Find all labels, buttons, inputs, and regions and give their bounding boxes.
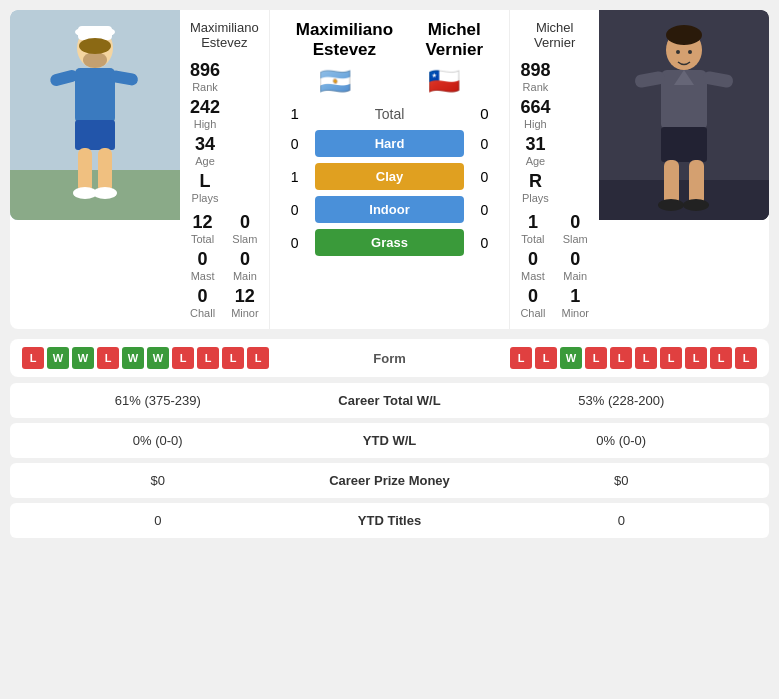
hard-score-right: 0 <box>469 136 499 152</box>
svg-rect-11 <box>98 148 112 193</box>
clay-score-left: 1 <box>280 169 310 185</box>
right-mast-stat: 0 Mast <box>520 249 545 282</box>
total-score-right: 0 <box>469 105 499 122</box>
grass-score-left: 0 <box>280 235 310 251</box>
form-badge-l: L <box>735 347 757 369</box>
left-slam-label: Slam <box>231 233 259 245</box>
main-container: Maximiliano Estevez 896 Rank 242 High 34… <box>0 0 779 553</box>
left-slam-value: 0 <box>231 212 259 233</box>
left-total-label: Total <box>190 233 215 245</box>
left-ytd-wl: 0% (0-0) <box>26 433 290 448</box>
form-badge-w: W <box>560 347 582 369</box>
indoor-score-right: 0 <box>469 202 499 218</box>
right-chall-stat: 0 Chall <box>520 286 545 319</box>
career-wl-label: Career Total W/L <box>290 393 490 408</box>
right-age-label: Age <box>520 155 550 167</box>
center-left-name: Maximiliano Estevez <box>280 20 409 60</box>
form-badge-l: L <box>635 347 657 369</box>
left-player-info: Maximiliano Estevez 896 Rank 242 High 34… <box>180 10 270 329</box>
form-badge-l: L <box>197 347 219 369</box>
right-age-value: 31 <box>520 134 550 155</box>
prize-label: Career Prize Money <box>290 473 490 488</box>
left-age-label: Age <box>190 155 220 167</box>
form-row: LWWLWWLLLL Form LLWLLLLLLL <box>10 339 769 377</box>
form-badge-l: L <box>172 347 194 369</box>
form-badge-w: W <box>47 347 69 369</box>
form-badge-w: W <box>122 347 144 369</box>
right-player-info: Michel Vernier 898 Rank 664 High 31 Age <box>509 10 599 329</box>
right-mast-label: Mast <box>520 270 545 282</box>
right-main-stat: 0 Main <box>561 249 589 282</box>
clay-court-btn[interactable]: Clay <box>315 163 465 190</box>
right-high-label: High <box>520 118 550 130</box>
right-high-value: 664 <box>520 97 550 118</box>
svg-rect-24 <box>664 160 679 205</box>
left-ytd-titles: 0 <box>26 513 290 528</box>
form-badge-l: L <box>585 347 607 369</box>
career-wl-row: 61% (375-239) Career Total W/L 53% (228-… <box>10 383 769 418</box>
form-badge-l: L <box>510 347 532 369</box>
right-main-value: 0 <box>561 249 589 270</box>
left-age-stat: 34 Age <box>190 134 220 167</box>
left-main-stat: 0 Main <box>231 249 259 282</box>
right-player-photo <box>599 10 769 220</box>
form-badge-l: L <box>610 347 632 369</box>
left-high-stat: 242 High <box>190 97 220 130</box>
right-minor-stat: 1 Minor <box>561 286 589 319</box>
top-section: Maximiliano Estevez 896 Rank 242 High 34… <box>10 10 769 329</box>
form-badge-l: L <box>710 347 732 369</box>
right-rank-stat: 898 Rank <box>520 60 550 93</box>
svg-rect-6 <box>75 68 115 123</box>
left-age-value: 34 <box>190 134 220 155</box>
left-player-name: Maximiliano Estevez <box>190 20 259 50</box>
svg-rect-4 <box>78 26 112 40</box>
svg-point-29 <box>688 50 692 54</box>
grass-score-right: 0 <box>469 235 499 251</box>
ytd-titles-label: YTD Titles <box>290 513 490 528</box>
hard-court-btn[interactable]: Hard <box>315 130 465 157</box>
left-chall-value: 0 <box>190 286 215 307</box>
left-chall-label: Chall <box>190 307 215 319</box>
right-slam-value: 0 <box>561 212 589 233</box>
right-slam-stat: 0 Slam <box>561 212 589 245</box>
left-stats-grid: 896 Rank 242 High 34 Age L Plays <box>190 60 259 204</box>
grass-court-btn[interactable]: Grass <box>315 229 465 256</box>
form-badge-l: L <box>222 347 244 369</box>
total-score-left: 1 <box>280 105 310 122</box>
left-player-silhouette <box>10 10 180 220</box>
left-mast-trophy-row: 0 Mast <box>190 249 215 282</box>
right-chall-value: 0 <box>520 286 545 307</box>
left-high-label: High <box>190 118 220 130</box>
form-badge-l: L <box>685 347 707 369</box>
form-label: Form <box>360 351 420 366</box>
form-badge-w: W <box>72 347 94 369</box>
ytd-wl-row: 0% (0-0) YTD W/L 0% (0-0) <box>10 423 769 458</box>
left-plays-label: Plays <box>190 192 220 204</box>
right-player-silhouette <box>599 10 769 220</box>
form-badge-l: L <box>660 347 682 369</box>
right-stats-grid: 898 Rank 664 High 31 Age R Plays <box>520 60 589 204</box>
left-main-value: 0 <box>231 249 259 270</box>
right-plays-stat: R Plays <box>520 171 550 204</box>
left-mast-label: Mast <box>191 270 215 282</box>
form-badge-w: W <box>147 347 169 369</box>
left-player-photo <box>10 10 180 220</box>
right-slam-label: Slam <box>561 233 589 245</box>
right-minor-label: Minor <box>561 307 589 319</box>
right-rank-value: 898 <box>520 60 550 81</box>
hard-score-left: 0 <box>280 136 310 152</box>
ytd-wl-label: YTD W/L <box>290 433 490 448</box>
svg-point-13 <box>93 187 117 199</box>
right-total-value: 1 <box>520 212 545 233</box>
right-plays-value: R <box>520 171 550 192</box>
indoor-court-btn[interactable]: Indoor <box>315 196 465 223</box>
svg-point-5 <box>83 52 107 68</box>
form-badge-l: L <box>22 347 44 369</box>
left-high-value: 242 <box>190 97 220 118</box>
left-main-label: Main <box>231 270 259 282</box>
svg-rect-25 <box>689 160 704 205</box>
left-flag: 🇦🇷 <box>319 66 351 97</box>
svg-point-14 <box>79 38 111 54</box>
svg-rect-10 <box>78 148 92 193</box>
left-rank-stat: 896 Rank <box>190 60 220 93</box>
